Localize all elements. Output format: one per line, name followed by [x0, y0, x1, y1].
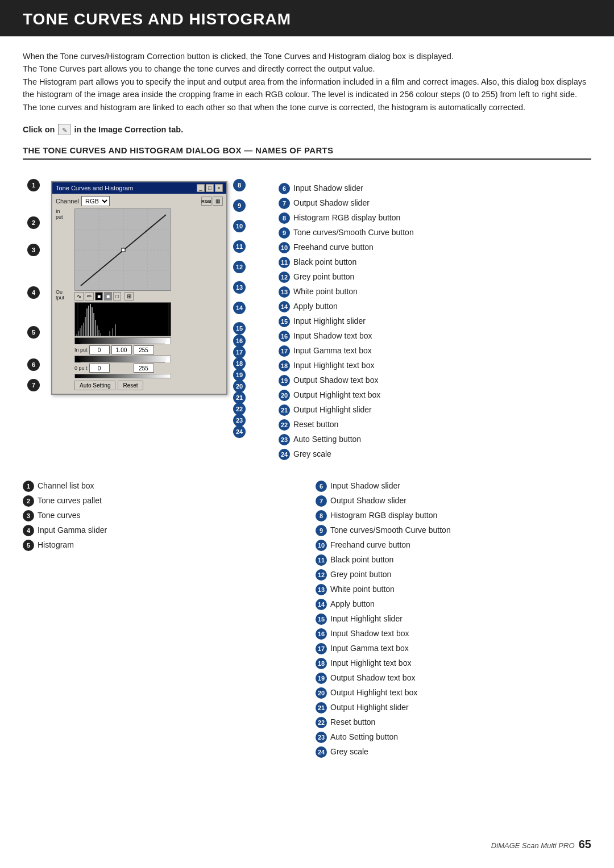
- part-label-9: Tone curves/Smooth Curve button: [293, 227, 414, 239]
- part-num-right-22: 22: [316, 717, 327, 728]
- part-item-24: 24 Grey scale: [279, 447, 591, 462]
- part-label-right-24: Grey scale: [330, 746, 368, 758]
- output-highlight-field[interactable]: [134, 364, 154, 373]
- channel-label: Channel: [56, 198, 79, 205]
- part-item-right-10: 10 Freehand curve button: [316, 538, 591, 553]
- shadow-triangle: [75, 339, 81, 344]
- curve-btn-black[interactable]: ■: [95, 292, 103, 301]
- part-item-8: 8 Histogram RGB display button: [279, 211, 591, 226]
- part-num-22: 22: [279, 419, 290, 431]
- intro-para-4: The tone curves and histogram are linked…: [23, 101, 591, 114]
- reset-button[interactable]: Reset: [118, 381, 143, 390]
- part-item-right-6: 6 Input Shadow slider: [316, 479, 591, 494]
- page-title: TONE CURVES AND HISTOGRAM: [23, 10, 591, 28]
- curve-btn-grey[interactable]: ■: [104, 292, 112, 301]
- part-num-right-11: 11: [316, 554, 327, 566]
- output-label: Output: [56, 289, 73, 301]
- output-shadow-triangle: [75, 357, 81, 362]
- click-suffix: in the Image Correction tab.: [74, 125, 183, 134]
- hist-btn-extra[interactable]: ▦: [213, 197, 223, 206]
- part-label-13: White point button: [293, 286, 358, 298]
- part-item-7: 7 Output Shadow slider: [279, 196, 591, 211]
- curve-btn-white[interactable]: □: [113, 292, 121, 301]
- output-fields-row: 0 pu t: [74, 364, 223, 373]
- dialog-minimize-btn[interactable]: _: [197, 184, 205, 192]
- part-item-right-13: 13 White point button: [316, 582, 591, 597]
- part-num-right-13: 13: [316, 584, 327, 595]
- curve-section: Input Output: [56, 208, 223, 301]
- callout-15: 15: [233, 322, 246, 335]
- svg-rect-22: [100, 333, 101, 336]
- part-item-20: 20 Output Highlight text box: [279, 388, 591, 403]
- part-item-12: 12 Grey point button: [279, 270, 591, 285]
- part-num-15: 15: [279, 316, 290, 327]
- part-item-right-18: 18 Input Highlight text box: [316, 656, 591, 671]
- section-title: THE TONE CURVES AND HISTOGRAM DIALOG BOX…: [23, 145, 591, 160]
- part-num-right-17: 17: [316, 643, 327, 654]
- hist-btn-rgb[interactable]: RGB: [201, 197, 211, 206]
- part-label-right-21: Output Highlight slider: [330, 702, 409, 713]
- input-gamma-field[interactable]: [111, 345, 132, 354]
- part-label-right-17: Input Gamma text box: [330, 643, 409, 654]
- part-item-right-19: 19 Output Shadow text box: [316, 671, 591, 686]
- callout-5: 5: [27, 326, 40, 339]
- part-num-right-20: 20: [316, 687, 327, 699]
- part-num-right-21: 21: [316, 702, 327, 713]
- part-num-left-4: 4: [23, 525, 34, 536]
- part-num-16: 16: [279, 331, 290, 342]
- output-shadow-field[interactable]: [89, 364, 110, 373]
- part-num-right-10: 10: [316, 540, 327, 551]
- curve-btn-apply[interactable]: ⊞: [125, 292, 134, 301]
- highlight-triangle: [165, 339, 171, 344]
- output-label-small: 0 pu t: [74, 365, 88, 371]
- left-parts-list: 1 Channel list box 2 Tone curves pallet …: [23, 479, 298, 760]
- part-label-8: Histogram RGB display button: [293, 212, 400, 224]
- callout-10: 10: [233, 220, 246, 232]
- input-fields-row: In put: [74, 345, 223, 354]
- part-item-right-12: 12 Grey point button: [316, 567, 591, 582]
- diagram-section: 1 2 3 4 5 6 7 8 9 10 11 12 13 14 15 16: [23, 176, 591, 462]
- part-label-right-10: Freehand curve button: [330, 540, 410, 551]
- callout-20: 20: [233, 380, 246, 393]
- part-num-right-19: 19: [316, 673, 327, 684]
- part-num-18: 18: [279, 360, 290, 372]
- svg-rect-10: [80, 328, 81, 336]
- callout-17: 17: [233, 346, 246, 358]
- part-label-left-4: Input Gamma slider: [38, 525, 107, 536]
- part-label-left-5: Histogram: [38, 540, 74, 551]
- part-label-11: Black point button: [293, 257, 356, 268]
- auto-setting-button[interactable]: Auto Setting: [74, 381, 115, 390]
- part-num-9: 9: [279, 227, 290, 239]
- part-label-right-18: Input Highlight text box: [330, 658, 411, 669]
- channel-select[interactable]: RGB: [81, 196, 110, 206]
- dialog-close-btn[interactable]: ×: [215, 184, 223, 192]
- callout-7: 7: [27, 379, 40, 391]
- part-item-right-7: 7 Output Shadow slider: [316, 494, 591, 508]
- curve-btn-smooth[interactable]: ∿: [74, 292, 84, 301]
- part-label-right-16: Input Shadow text box: [330, 628, 409, 640]
- part-label-right-14: Apply button: [330, 599, 375, 610]
- callout-4: 4: [27, 286, 40, 299]
- gray-scale-bar: [74, 374, 171, 378]
- part-num-left-3: 3: [23, 510, 34, 521]
- part-label-right-6: Input Shadow slider: [330, 481, 400, 492]
- curve-btn-freehand[interactable]: ✏: [85, 292, 94, 301]
- part-item-17: 17 Input Gamma text box: [279, 344, 591, 358]
- right-parts-list-bottom: 6 Input Shadow slider 7 Output Shadow sl…: [316, 479, 591, 760]
- input-shadow-field[interactable]: [89, 345, 110, 354]
- right-legend: 6 Input Shadow slider 7 Output Shadow sl…: [279, 176, 591, 462]
- part-num-right-8: 8: [316, 510, 327, 521]
- part-num-right-23: 23: [316, 732, 327, 743]
- part-item-right-21: 21 Output Highlight slider: [316, 700, 591, 715]
- callout-21: 21: [233, 391, 246, 404]
- part-label-left-3: Tone curves: [38, 510, 80, 521]
- callout-24: 24: [233, 425, 246, 438]
- part-item-23: 23 Auto Setting button: [279, 432, 591, 447]
- input-highlight-field[interactable]: [134, 345, 154, 354]
- callout-22: 22: [233, 403, 246, 415]
- part-item-left-4: 4 Input Gamma slider: [23, 523, 298, 538]
- part-num-left-1: 1: [23, 481, 34, 492]
- dialog-maximize-btn[interactable]: □: [206, 184, 214, 192]
- part-num-7: 7: [279, 198, 290, 209]
- part-label-right-11: Black point button: [330, 554, 393, 566]
